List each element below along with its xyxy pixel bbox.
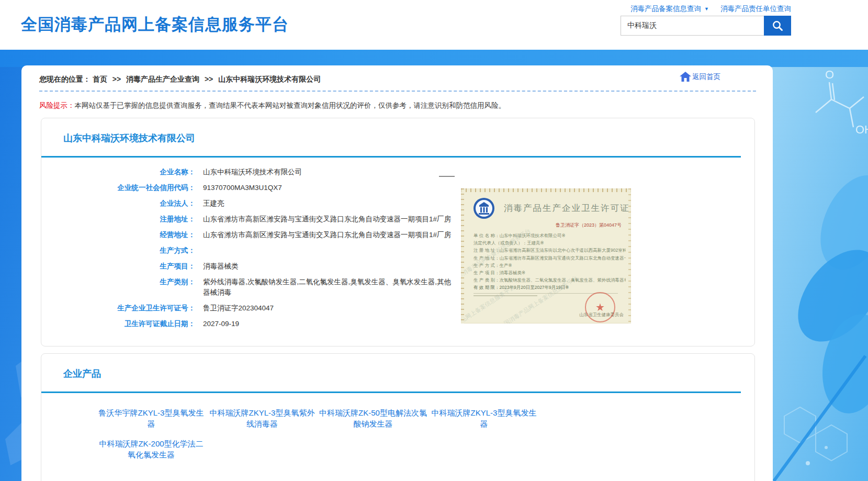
company-fields: 企业名称：山东中科瑞沃环境技术有限公司 企业统一社会信用代码：91370700M… [41,158,754,332]
field-label: 企业名称： [41,167,195,177]
company-card-title: 山东中科瑞沃环境技术有限公司 [63,132,754,144]
company-info-card: 山东中科瑞沃环境技术有限公司 企业名称：山东中科瑞沃环境技术有限公司 企业统一社… [41,118,755,346]
field-row: 企业统一社会信用代码：91370700MA3M3U1QX7 [41,180,754,196]
field-value: 紫外线消毒器,次氯酸钠发生器,二氧化氯发生器,臭氧发生器、臭氧水发生器,其他器械… [203,277,454,298]
product-link[interactable]: 中科瑞沃牌ZK-50型电解法次氯酸钠发生器 [318,407,429,429]
field-row: 经营地址：山东省潍坊市高新区潍安路与宝通街交叉路口东北角自动变速器一期项目1#厂… [41,227,754,243]
field-value: 山东中科瑞沃环境技术有限公司 [203,167,302,177]
chevron-down-icon: ▼ [704,6,709,12]
home-icon [680,72,691,82]
risk-notice: 风险提示：本网站仅基于已掌握的信息提供查询服务，查询结果不代表本网站对被查询对象… [21,92,773,110]
breadcrumb-item-current: 山东中科瑞沃环境技术有限公司 [218,75,321,83]
search-button[interactable] [764,16,791,36]
breadcrumb: 您现在的位置： 首页 >> 消毒产品生产企业查询 >> 山东中科瑞沃环境技术有限… [21,65,773,84]
field-label: 卫生许可证截止日期： [41,319,195,329]
certificate-line: 法定代表人（或负责人）：王建亮※ [474,239,626,247]
svg-text:OH: OH [855,123,868,136]
field-value: 王建亮 [203,198,224,209]
certificate-line: 单 位 名 称：山东中科瑞沃环境技术有限公司※ [474,232,626,239]
certificate-header: 消毒产品生产企业卫生许可证 [461,188,631,220]
certificate-line: 有 效 期 限：2023年9月20日至2027年9月19日※ [474,284,626,291]
risk-notice-label: 风险提示： [39,102,75,109]
field-value: 消毒器械类 [203,261,239,272]
image-placeholder-dash [439,176,455,177]
search-input[interactable] [621,16,764,36]
field-row: 生产方式： [41,243,754,259]
breadcrumb-item-enterprise-query[interactable]: 消毒产品生产企业查询 [126,75,199,83]
site-header: 全国消毒产品网上备案信息服务平台 消毒产品备案信息查询 ▼ 消毒产品责任单位查询 [0,0,868,50]
nav-link-responsible-unit-query[interactable]: 消毒产品责任单位查询 [720,4,791,14]
breadcrumb-separator: >> [205,75,213,83]
field-row: 生产企业卫生许可证号：鲁卫消证字202304047 [41,300,754,316]
field-value: 91370700MA3M3U1QX7 [203,183,282,193]
header-band [0,50,868,67]
breadcrumb-separator: >> [112,75,121,83]
field-row: 生产类别：紫外线消毒器,次氯酸钠发生器,二氧化氯发生器,臭氧发生器、臭氧水发生器… [41,274,754,300]
field-row: 企业法人：王建亮 [41,196,754,211]
certificate-body: 单 位 名 称：山东中科瑞沃环境技术有限公司※ 法定代表人（或负责人）：王建亮※… [461,229,631,296]
field-value: 山东省潍坊市高新区潍安路与宝通街交叉路口东北角自动变速器一期项目1#厂房 [203,230,451,240]
field-value: 鲁卫消证字202304047 [203,303,274,314]
certificate-line: 生 产 地 址：山东省潍坊市高新区潍安路与宝通街交叉路口东北角自动变速器一期项目… [474,254,626,262]
nav-link-record-info-query[interactable]: 消毒产品备案信息查询 ▼ [630,4,709,14]
field-label: 注册地址： [41,214,195,225]
content-panel: 您现在的位置： 首页 >> 消毒产品生产企业查询 >> 山东中科瑞沃环境技术有限… [21,65,773,481]
svg-text:O: O [825,68,834,81]
field-value: 山东省潍坊市高新区潍安路与宝通街交叉路口东北角自动变速器一期项目1#厂房 [203,214,451,225]
breadcrumb-prefix: 您现在的位置： [39,75,91,83]
page: 全国消毒产品网上备案信息服务平台 消毒产品备案信息查询 ▼ 消毒产品责任单位查询 [0,0,868,481]
breadcrumb-item-home[interactable]: 首页 [93,75,107,83]
search-bar [621,16,791,36]
field-row: 企业名称：山东中科瑞沃环境技术有限公司 [41,164,754,180]
field-label: 生产企业卫生许可证号： [41,303,195,314]
site-title: 全国消毒产品网上备案信息服务平台 [21,14,289,36]
field-label: 生产项目： [41,261,195,272]
certificate-line: 生 产 项 目：消毒器械类※ [474,269,626,276]
product-link[interactable]: 中科瑞沃牌ZKYL-3型臭氧发生器 [429,407,539,429]
product-link[interactable]: 鲁沃华宇牌ZKYL-3型臭氧发生器 [96,407,207,429]
certificate-number: 鲁卫消证字（2023）第04047号 [461,222,622,229]
risk-notice-text: 本网站仅基于已掌握的信息提供查询服务，查询结果不代表本网站对被查询对象信用状况的… [75,102,506,109]
red-seal-icon: ★ [585,292,615,322]
product-list: 鲁沃华宇牌ZKYL-3型臭氧发生器 中科瑞沃牌ZKYL-3型臭氧紫外线消毒器 中… [96,407,754,460]
field-row: 卫生许可证截止日期：2027-09-19 [41,316,754,332]
certificate-line: 生 产 方 式：生产※ [474,262,626,269]
certificate-image: 全国消毒产品网上备案信息服务平台 全国消毒产品网上备案信息服务平台 全国消毒产品… [461,188,631,323]
field-row: 生产项目：消毒器械类 [41,259,754,274]
product-link[interactable]: 中科瑞沃牌ZKYL-3型臭氧紫外线消毒器 [207,407,318,429]
back-home-label: 返回首页 [692,72,720,82]
page-background: O OH 您现在的位置： 首页 >> 消毒产品生产企业查询 [0,50,868,481]
field-value: 2027-09-19 [203,319,239,329]
company-products-card: 企业产品 鲁沃华宇牌ZKYL-3型臭氧发生器 中科瑞沃牌ZKYL-3型臭氧紫外线… [41,353,755,481]
field-label: 生产类别： [41,277,195,287]
field-label: 企业统一社会信用代码： [41,183,195,193]
back-home-link[interactable]: 返回首页 [680,72,720,82]
certificate-line: 注 册 地 址：山东省潍坊高新区玉清东街以北中心次干道以西高新大厦902室科苑 [474,247,626,254]
top-nav: 消毒产品备案信息查询 ▼ 消毒产品责任单位查询 [630,4,791,14]
field-row: 注册地址：山东省潍坊市高新区潍安路与宝通街交叉路口东北角自动变速器一期项目1#厂… [41,211,754,227]
emblem-icon [472,197,495,220]
certificate-line: 生 产 类 别：次氯酸钠发生器、二氧化氯发生器、臭氧发生器、紫外线消毒器※ [474,276,626,284]
search-icon [771,19,784,32]
nav-link-label: 消毒产品备案信息查询 [630,4,701,14]
product-link[interactable]: 中科瑞沃牌ZK-200型化学法二氧化氯发生器 [96,438,207,460]
certificate-title: 消毒产品生产企业卫生许可证 [504,203,630,214]
nav-link-label: 消毒产品责任单位查询 [720,4,791,14]
field-label: 企业法人： [41,198,195,209]
card-title-rule [41,391,741,393]
field-label: 生产方式： [41,245,195,256]
field-label: 经营地址： [41,230,195,240]
products-card-title: 企业产品 [63,367,754,380]
